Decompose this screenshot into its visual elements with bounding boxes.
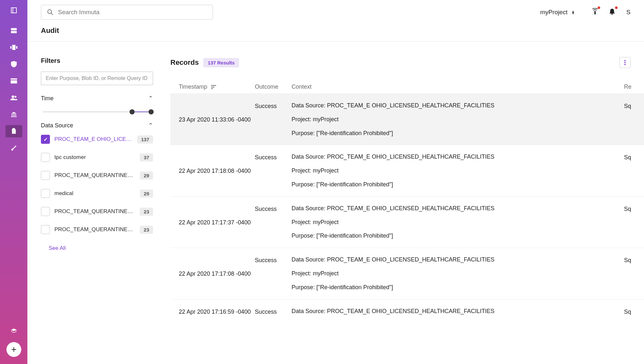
updown-icon: ▲▼ [571,10,575,14]
nav-governance[interactable] [5,75,22,87]
col-re[interactable]: Re [624,84,636,90]
col-timestamp[interactable]: Timestamp [179,84,255,90]
count-badge: 137 [137,135,153,143]
more-menu-button[interactable] [620,57,630,68]
checkbox[interactable] [41,207,50,216]
cell-outcome: Success [255,152,292,189]
nav-people[interactable] [5,92,22,104]
svg-rect-6 [16,46,17,49]
table-row[interactable]: 22 Apr 2020 17:16:59 -0400SuccessData So… [170,299,644,324]
cell-re: Sq [624,307,636,317]
nav-docs[interactable] [5,324,22,336]
page-title: Audit [41,26,630,35]
cell-re: Sq [624,101,636,138]
svg-rect-14 [15,114,16,116]
count-badge: 23 [140,208,153,216]
nav-projects[interactable] [5,41,22,54]
bell-icon[interactable] [609,8,615,16]
cell-context: Data Source: PROC_TEAM_E OHIO_LICENSED_H… [292,307,624,317]
nav-settings[interactable] [5,142,22,154]
svg-point-9 [12,95,14,98]
filter-datasource-label: Data Source [41,122,73,129]
filter-input[interactable] [41,72,153,85]
checkbox[interactable] [41,171,50,180]
checkbox[interactable] [41,189,50,198]
datasource-label: tpc customer [54,154,86,161]
checkbox[interactable] [41,135,50,144]
slider-handle-start[interactable] [130,109,135,114]
svg-line-19 [51,13,53,15]
avatar[interactable]: S [626,9,630,16]
logo-icon [11,7,17,14]
datasource-filter-item[interactable]: PROC_TEAM_QUERANTINE DPC_CO…23 [41,225,153,234]
datasource-filter-item[interactable]: tpc customer37 [41,153,153,162]
cell-re: Sq [624,255,636,292]
see-all-link[interactable]: See All [49,245,153,251]
svg-rect-11 [12,114,12,116]
cell-outcome: Success [255,255,292,292]
time-slider[interactable] [41,107,153,112]
chevron-up-icon: ⌃ [148,95,153,102]
table-row[interactable]: 22 Apr 2020 17:17:08 -0400SuccessData So… [170,248,644,299]
topbar: myProject ▲▼ S [27,0,644,25]
svg-point-22 [624,60,626,61]
records-panel: Records 137 Results Timestamp Outcome [159,57,644,364]
project-switcher[interactable]: myProject ▲▼ [540,9,575,16]
svg-point-23 [624,62,626,63]
page-header: Audit [27,25,644,42]
cell-timestamp: 22 Apr 2020 17:18:08 -0400 [179,152,255,189]
svg-rect-7 [11,78,17,80]
slider-handle-end[interactable] [149,109,154,114]
svg-point-24 [624,64,626,65]
svg-rect-20 [594,11,596,15]
nav-policies[interactable] [5,58,22,70]
records-heading: Records [170,58,199,67]
cell-re: Sq [624,152,636,189]
cell-outcome: Success [255,307,292,317]
col-context[interactable]: Context [292,84,624,90]
table-row[interactable]: 22 Apr 2020 17:18:08 -0400SuccessData So… [170,145,644,196]
table-row[interactable]: 22 Apr 2020 17:17:37 -0400SuccessData So… [170,196,644,248]
cell-timestamp: 23 Apr 2020 11:33:06 -0400 [179,101,255,138]
col-outcome[interactable]: Outcome [255,84,292,90]
search-input[interactable] [58,9,207,16]
sort-icon [211,85,216,89]
datasource-filter-item[interactable]: medical29 [41,189,153,198]
filter-time-toggle[interactable]: Time ⌃ [41,95,153,102]
network-icon[interactable] [592,8,598,16]
checkbox[interactable] [41,225,50,234]
datasource-label: PROC_TEAM_QUERANTINE DPC_CO… [54,208,133,215]
nav-admin[interactable] [5,108,22,121]
checkbox[interactable] [41,153,50,162]
sidebar [0,0,27,364]
datasource-filter-item[interactable]: PROC_TEAM_E OHIO_LICENSED_H…137 [41,135,153,144]
datasource-label: PROC_TEAM_QUERANTINE HEALTH… [54,172,133,179]
cell-outcome: Success [255,204,292,241]
datasource-label: PROC_TEAM_QUERANTINE DPC_CO… [54,226,133,233]
search-icon [47,9,53,15]
cell-context: Data Source: PROC_TEAM_E OHIO_LICENSED_H… [292,204,624,241]
filter-datasource-toggle[interactable]: Data Source ⌃ [41,122,153,129]
svg-rect-5 [12,45,15,50]
cell-re: Sq [624,204,636,241]
svg-rect-15 [11,116,17,117]
notification-dot [615,6,618,9]
datasource-label: PROC_TEAM_E OHIO_LICENSED_H… [54,136,133,143]
count-badge: 29 [140,190,153,198]
notification-dot [598,6,600,9]
cell-timestamp: 22 Apr 2020 17:17:37 -0400 [179,204,255,241]
nav-data-sources[interactable] [5,25,22,37]
nav-audit[interactable] [5,125,22,137]
datasource-filter-item[interactable]: PROC_TEAM_QUERANTINE HEALTH…29 [41,171,153,180]
fab-add-button[interactable] [6,342,21,357]
table-row[interactable]: 23 Apr 2020 11:33:06 -0400SuccessData So… [170,93,644,145]
cell-context: Data Source: PROC_TEAM_E OHIO_LICENSED_H… [292,101,624,138]
search-box[interactable] [41,5,213,20]
svg-rect-13 [14,114,15,116]
svg-point-18 [48,10,52,14]
svg-rect-3 [11,31,17,33]
svg-point-17 [11,149,13,151]
svg-rect-12 [13,114,14,116]
svg-rect-0 [11,8,16,13]
datasource-filter-item[interactable]: PROC_TEAM_QUERANTINE DPC_CO…23 [41,207,153,216]
